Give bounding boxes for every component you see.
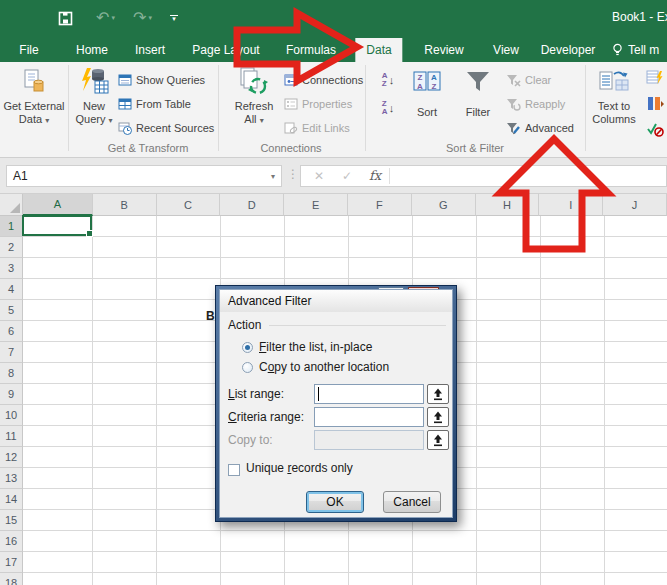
cell-I8[interactable] (541, 363, 605, 384)
cell-J10[interactable] (605, 405, 667, 426)
cell-J12[interactable] (605, 447, 667, 468)
cell-C10[interactable] (157, 405, 221, 426)
list-range-collapse-button[interactable] (427, 384, 449, 404)
cell-J5[interactable] (605, 300, 667, 321)
cell-I2[interactable] (541, 237, 605, 258)
criteria-range-collapse-button[interactable] (427, 407, 449, 427)
cell-C9[interactable] (157, 384, 221, 405)
cell-J4[interactable] (605, 279, 667, 300)
undo-button[interactable]: ↶ ▾ (96, 6, 115, 30)
cell-B2[interactable] (93, 237, 157, 258)
cell-I7[interactable] (541, 342, 605, 363)
cell-B1[interactable] (93, 216, 157, 237)
cell-F2[interactable] (349, 237, 413, 258)
column-header-G[interactable]: G (412, 194, 476, 216)
cell-B10[interactable] (93, 405, 157, 426)
cell-J11[interactable] (605, 426, 667, 447)
column-header-J[interactable]: J (603, 194, 667, 216)
cell-C12[interactable] (157, 447, 221, 468)
cell-J15[interactable] (605, 510, 667, 531)
row-header-10[interactable]: 10 (0, 405, 23, 426)
cell-B4[interactable] (93, 279, 157, 300)
criteria-range-input[interactable] (314, 407, 424, 427)
cell-J13[interactable] (605, 468, 667, 489)
row-header-1[interactable]: 1 (0, 216, 23, 237)
cell-H16[interactable] (477, 531, 541, 552)
cell-E2[interactable] (285, 237, 349, 258)
cell-A3[interactable] (23, 258, 93, 279)
column-header-H[interactable]: H (476, 194, 540, 216)
cell-G17[interactable] (413, 552, 477, 573)
cell-C2[interactable] (157, 237, 221, 258)
cell-E17[interactable] (285, 552, 349, 573)
cell-B7[interactable] (93, 342, 157, 363)
column-header-B[interactable]: B (93, 194, 157, 216)
tab-formulas[interactable]: Formulas (275, 38, 347, 62)
cell-D2[interactable] (221, 237, 285, 258)
row-header-9[interactable]: 9 (0, 384, 23, 405)
cell-G1[interactable] (413, 216, 477, 237)
cell-I12[interactable] (541, 447, 605, 468)
cell-I4[interactable] (541, 279, 605, 300)
data-validation-button[interactable] (646, 120, 664, 140)
cell-A14[interactable] (23, 489, 93, 510)
cell-H15[interactable] (477, 510, 541, 531)
cell-I9[interactable] (541, 384, 605, 405)
cell-A17[interactable] (23, 552, 93, 573)
advanced-filter-button[interactable]: Advanced (506, 118, 574, 138)
cell-B3[interactable] (93, 258, 157, 279)
cell-I14[interactable] (541, 489, 605, 510)
cell-C14[interactable] (157, 489, 221, 510)
cell-I13[interactable] (541, 468, 605, 489)
cell-C6[interactable] (157, 321, 221, 342)
copy-to-collapse-button[interactable] (427, 430, 449, 450)
tab-page-layout[interactable]: Page Layout (181, 38, 270, 62)
cell-A7[interactable] (23, 342, 93, 363)
tab-developer[interactable]: Developer (530, 38, 607, 62)
show-queries-button[interactable]: Show Queries (118, 70, 205, 90)
cell-A8[interactable] (23, 363, 93, 384)
select-all-corner[interactable] (0, 194, 23, 216)
cell-H4[interactable] (477, 279, 541, 300)
insert-function-icon[interactable]: fx (363, 166, 387, 186)
cell-A4[interactable] (23, 279, 93, 300)
row-header-12[interactable]: 12 (0, 447, 23, 468)
cell-I5[interactable] (541, 300, 605, 321)
cell-D3[interactable] (221, 258, 285, 279)
text-to-columns-button[interactable]: Text to Columns (588, 64, 640, 140)
cell-B18[interactable] (93, 573, 157, 585)
column-header-I[interactable]: I (539, 194, 603, 216)
cell-H1[interactable] (477, 216, 541, 237)
cell-H18[interactable] (477, 573, 541, 585)
cell-H10[interactable] (477, 405, 541, 426)
cell-A5[interactable] (23, 300, 93, 321)
cell-B11[interactable] (93, 426, 157, 447)
cell-A12[interactable] (23, 447, 93, 468)
cell-J7[interactable] (605, 342, 667, 363)
row-header-16[interactable]: 16 (0, 531, 23, 552)
formula-input-strip[interactable]: ✕ ✓ fx (300, 165, 667, 187)
row-header-2[interactable]: 2 (0, 237, 23, 258)
cell-I16[interactable] (541, 531, 605, 552)
column-header-C[interactable]: C (157, 194, 221, 216)
cell-I1[interactable] (541, 216, 605, 237)
cell-H11[interactable] (477, 426, 541, 447)
cell-B15[interactable] (93, 510, 157, 531)
cell-A16[interactable] (23, 531, 93, 552)
cell-H5[interactable] (477, 300, 541, 321)
cell-F16[interactable] (349, 531, 413, 552)
recent-sources-button[interactable]: Recent Sources (118, 118, 214, 138)
formula-bar-resize-dots[interactable]: ⋮ (287, 167, 299, 181)
cell-C18[interactable] (157, 573, 221, 585)
cell-A9[interactable] (23, 384, 93, 405)
cell-A6[interactable] (23, 321, 93, 342)
cancel-button[interactable]: Cancel (383, 491, 441, 513)
tab-insert[interactable]: Insert (124, 38, 176, 62)
cell-B16[interactable] (93, 531, 157, 552)
cell-G2[interactable] (413, 237, 477, 258)
cell-H3[interactable] (477, 258, 541, 279)
tell-me-box[interactable]: Tell m (612, 38, 659, 62)
row-header-11[interactable]: 11 (0, 426, 23, 447)
cell-C15[interactable] (157, 510, 221, 531)
cell-D17[interactable] (221, 552, 285, 573)
